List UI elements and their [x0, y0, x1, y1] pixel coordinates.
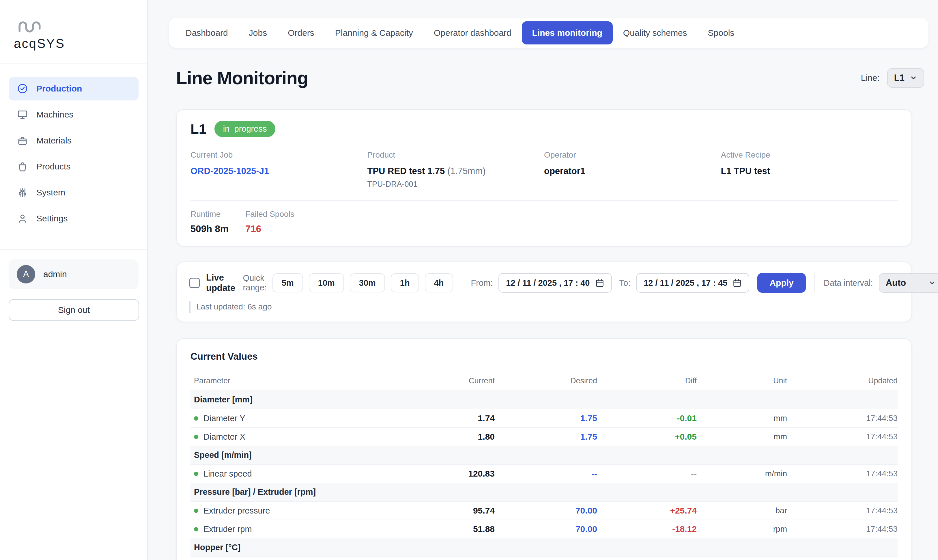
sidebar-nav: ProductionMachinesMaterialsProductsSyste… [0, 64, 147, 230]
stat-label: Runtime [191, 209, 229, 219]
divider [815, 273, 815, 292]
desired-cell: 70.00 [495, 506, 597, 515]
tab-orders[interactable]: Orders [277, 28, 325, 38]
status-badge: in_progress [214, 121, 276, 137]
apply-button[interactable]: Apply [757, 273, 806, 293]
sliders-icon [17, 187, 28, 198]
tab-jobs[interactable]: Jobs [238, 28, 277, 38]
brand-name: acqSYS [14, 36, 133, 51]
tab-quality-schemes[interactable]: Quality schemes [613, 28, 698, 38]
quick-range-5m[interactable]: 5m [272, 273, 303, 292]
line-label: Line: [861, 73, 880, 83]
param-name: Diameter Y [203, 414, 245, 423]
param-cell: Diameter X [191, 432, 408, 442]
status-dot-icon [194, 416, 198, 421]
user-name: admin [43, 269, 67, 279]
data-interval-value: Auto [886, 278, 906, 288]
current-cell: 95.74 [408, 506, 495, 515]
quick-range-1h[interactable]: 1h [391, 273, 419, 292]
stat-label: Failed Spools [245, 209, 294, 219]
line-card-field: Active RecipeL1 TPU test [721, 151, 898, 189]
line-card-stat: Failed Spools716 [245, 209, 294, 234]
param-name: Linear speed [203, 469, 252, 478]
unit-cell: mm [697, 414, 787, 423]
table-row: Linear speed120.83----m/min17:44:53 [191, 464, 898, 483]
sidebar-item-settings[interactable]: Settings [9, 207, 138, 230]
line-select[interactable]: L1 [887, 68, 924, 88]
to-datetime-value: 12 / 11 / 2025 , 17 : 45 [644, 278, 727, 288]
sidebar-item-products[interactable]: Products [9, 155, 138, 178]
field-value-text: TPU RED test 1.75 [368, 166, 445, 176]
desired-cell: 1.75 [495, 413, 597, 423]
table-row: Hopper54.9650.00+4.96°C17:44:53 [191, 557, 898, 560]
quick-range-4h[interactable]: 4h [425, 273, 453, 292]
line-card-field: Operatoroperator1 [544, 151, 721, 189]
user-card[interactable]: A admin [9, 259, 138, 289]
from-datetime-input[interactable]: 12 / 11 / 2025 , 17 : 40 [498, 273, 612, 293]
tab-planning-capacity[interactable]: Planning & Capacity [325, 28, 423, 38]
field-label: Operator [544, 151, 721, 160]
sidebar-item-label: Production [36, 84, 82, 94]
to-label: To: [620, 278, 630, 288]
last-updated-bar [189, 301, 191, 313]
line-card-field: ProductTPU RED test 1.75 (1.75mm)TPU-DRA… [368, 151, 544, 189]
sidebar-item-system[interactable]: System [9, 181, 138, 205]
line-selector: Line: L1 [861, 68, 924, 88]
current-cell: 1.74 [408, 413, 495, 423]
chevron-down-icon [910, 74, 917, 82]
time-range-controls: Live update Quick range: 5m10m30m1h4h Fr… [176, 262, 912, 322]
field-value: operator1 [544, 166, 721, 176]
line-card-stat: Runtime509h 8m [191, 209, 229, 234]
diff-cell: -- [597, 469, 697, 478]
table-row: Diameter Y1.741.75-0.01mm17:44:53 [191, 409, 898, 427]
sidebar-item-label: Settings [36, 214, 68, 223]
param-cell: Diameter Y [191, 414, 408, 423]
column-header-diff: Diff [597, 376, 697, 385]
current-cell: 120.83 [408, 469, 495, 478]
diff-cell: -18.12 [597, 524, 697, 534]
status-dot-icon [194, 527, 198, 531]
group-row: Pressure [bar] / Extruder [rpm] [191, 483, 898, 501]
quick-range-10m[interactable]: 10m [309, 273, 344, 292]
field-value-text: L1 TPU test [721, 166, 770, 176]
line-status-card: L1 in_progress Current JobORD-2025-1025-… [176, 109, 912, 246]
field-label: Active Recipe [721, 151, 898, 160]
main-content: DashboardJobsOrdersPlanning & CapacityOp… [148, 0, 938, 560]
tab-dashboard[interactable]: Dashboard [175, 28, 238, 38]
live-update-checkbox[interactable] [189, 278, 200, 288]
tab-operator-dashboard[interactable]: Operator dashboard [423, 28, 522, 38]
sidebar-item-label: Products [36, 162, 71, 171]
calendar-icon [595, 278, 604, 288]
sidebar-item-materials[interactable]: Materials [9, 129, 138, 152]
data-interval-select[interactable]: Auto [879, 273, 938, 293]
field-value-suffix: (1.75mm) [445, 166, 486, 176]
live-update-label: Live update [206, 272, 235, 293]
sidebar-item-production[interactable]: Production [9, 77, 138, 100]
desired-cell: 70.00 [495, 524, 597, 534]
tab-spools[interactable]: Spools [698, 28, 745, 38]
tab-lines-monitoring[interactable]: Lines monitoring [522, 22, 613, 45]
to-datetime-input[interactable]: 12 / 11 / 2025 , 17 : 45 [636, 273, 749, 293]
calendar-icon [732, 278, 742, 288]
quick-range-30m[interactable]: 30m [350, 273, 385, 292]
sidebar-item-machines[interactable]: Machines [9, 103, 138, 126]
data-interval-label: Data interval: [824, 278, 873, 288]
status-dot-icon [194, 509, 198, 513]
unit-cell: rpm [697, 525, 787, 534]
param-name: Diameter X [203, 432, 245, 442]
unit-cell: bar [697, 506, 787, 515]
param-name: Extruder pressure [203, 506, 270, 515]
updated-cell: 17:44:53 [787, 506, 898, 515]
sidebar-item-label: Machines [36, 110, 73, 120]
sign-out-button[interactable]: Sign out [9, 299, 139, 321]
diff-cell: +0.05 [597, 432, 697, 442]
status-dot-icon [194, 472, 198, 476]
updated-cell: 17:44:53 [787, 414, 898, 423]
avatar: A [17, 265, 35, 283]
current-job-link[interactable]: ORD-2025-1025-J1 [191, 166, 269, 176]
field-value: TPU RED test 1.75 (1.75mm) [368, 166, 544, 176]
column-header-unit: Unit [697, 376, 787, 385]
title-row: Line Monitoring Line: L1 [176, 68, 924, 88]
sidebar-divider [0, 249, 147, 250]
line-card-divider [191, 200, 898, 201]
